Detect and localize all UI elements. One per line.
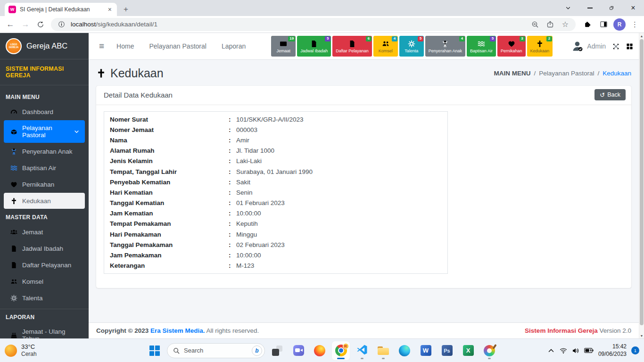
excel-button[interactable]: X	[459, 341, 477, 360]
sidebar-item-daftar-pelayanan[interactable]: Daftar Pelayanan	[4, 257, 85, 273]
taskbar-search[interactable]: Search b	[167, 343, 265, 358]
detail-card: Detail Data Kedukaan ↺ Back Nomer Surat:…	[96, 86, 631, 288]
zoom-out-icon[interactable]	[529, 19, 541, 30]
window-restore-button[interactable]	[601, 0, 622, 16]
share-icon[interactable]	[545, 19, 556, 30]
detail-row: Keterangan:M-123	[104, 261, 447, 271]
detail-label: Hari Kematian	[110, 189, 229, 196]
extensions-puzzle-icon[interactable]	[581, 18, 594, 31]
nav-tile-kedukaan[interactable]: 2 Kedukaan	[527, 36, 553, 57]
grid-apps-icon[interactable]	[626, 43, 633, 50]
weather-widget[interactable]: 33°C Cerah	[5, 343, 37, 358]
id-card-icon	[280, 40, 287, 48]
tile-badge: 6	[366, 36, 372, 41]
sidebar-item-pelayanan-pastoral[interactable]: Pelayanan Pastoral	[4, 120, 85, 143]
nav-tile-baptisan-air[interactable]: 5 Baptisan Air	[467, 36, 496, 57]
window-minimize-button[interactable]	[579, 0, 601, 16]
nav-link-laporan[interactable]: Laporan	[215, 42, 252, 50]
forward-icon[interactable]: →	[19, 18, 32, 31]
bing-icon[interactable]: b	[252, 346, 262, 356]
browser-menu-icon[interactable]: ⋮	[629, 20, 640, 29]
reload-icon[interactable]	[34, 18, 47, 31]
battery-icon[interactable]	[584, 347, 594, 354]
hidden-icons-chevron-icon[interactable]	[547, 347, 555, 354]
sidebar-item-baptisan-air[interactable]: Baptisan Air	[4, 160, 85, 176]
tile-badge: 2	[546, 36, 552, 41]
volume-icon[interactable]	[572, 347, 579, 354]
sidebar-item-jadwal-ibadah[interactable]: Jadwal Ibadah	[4, 240, 85, 256]
breadcrumb-kedukaan[interactable]: Kedukaan	[603, 70, 631, 77]
nav-link-pelayanan-pastoral[interactable]: Pelayanan Pastoral	[142, 42, 213, 50]
task-view-icon	[272, 346, 282, 356]
tab-close-icon[interactable]: ×	[107, 6, 113, 13]
brand[interactable]: LOGO GEREJA Gereja ABC	[0, 33, 89, 59]
firefox-button[interactable]	[311, 341, 329, 360]
chrome-button[interactable]: R	[332, 341, 350, 360]
user-menu[interactable]: Admin	[571, 40, 606, 52]
bookmark-star-icon[interactable]: ☆	[560, 19, 571, 30]
hamburger-menu-icon[interactable]: ≡	[95, 41, 108, 51]
wifi-icon[interactable]	[560, 347, 567, 354]
nav-tile-talenta[interactable]: 5 Talenta	[399, 36, 424, 57]
clock[interactable]: 15:42 09/06/2023	[598, 343, 627, 358]
page-scrollbar[interactable]: ▲ ▼	[639, 33, 644, 338]
paint-button[interactable]	[480, 341, 498, 360]
nav-tile-komsel[interactable]: 4 Komsel	[373, 36, 398, 57]
detail-label: Jenis Kelamin	[110, 157, 229, 165]
notification-badge[interactable]: 1	[631, 346, 639, 354]
sidebar-item-talenta[interactable]: Talenta	[4, 290, 85, 306]
site-info-icon[interactable]	[56, 19, 67, 30]
sidebar-item-jemaat-ulang-tahun[interactable]: Jemaat - Ulang Tahun	[4, 324, 85, 338]
detail-label: Jam Kematian	[110, 210, 229, 217]
nav-tile-pernikahan[interactable]: 3 Pernikahan	[497, 36, 526, 57]
sidebar-item-penyerahan-anak[interactable]: Penyerahan Anak	[4, 143, 85, 159]
detail-row: Jam Pemakaman:10:00:00	[104, 250, 447, 260]
detail-label: Tanggal Pemakaman	[110, 241, 229, 248]
edge-button[interactable]	[396, 341, 413, 360]
window-close-button[interactable]: ×	[622, 0, 644, 16]
scroll-up-arrow-icon[interactable]: ▲	[639, 33, 644, 39]
nav-tile-jemaat[interactable]: 19 Jemaat	[271, 36, 296, 57]
browser-profile-avatar[interactable]: R	[613, 18, 626, 31]
tray-date: 09/06/2023	[598, 351, 627, 357]
cake-icon	[9, 331, 18, 338]
sidebar-nav: MAIN MENU Dashboard Pelayanan Pastoral P…	[0, 85, 89, 338]
new-tab-button[interactable]: +	[120, 3, 132, 16]
company-link[interactable]: Era Sistem Media.	[150, 327, 205, 334]
gear-icon	[408, 40, 415, 48]
sidebar-item-dashboard[interactable]: Dashboard	[4, 104, 85, 120]
file-explorer-button[interactable]	[374, 341, 392, 360]
task-view-button[interactable]	[268, 341, 286, 360]
nav-tile-daftar-pelayanan[interactable]: 6 Daftar Pelayanan	[332, 36, 372, 57]
vscode-button[interactable]	[353, 341, 371, 360]
chat-button[interactable]	[289, 341, 307, 360]
word-button[interactable]: W	[417, 341, 435, 360]
sidebar-item-jemaat[interactable]: Jemaat	[4, 224, 85, 240]
photoshop-button[interactable]: Ps	[438, 341, 456, 360]
detail-label: Tempat, Tanggal Lahir	[110, 168, 229, 175]
cross-icon	[96, 68, 106, 78]
start-button[interactable]	[146, 341, 164, 360]
fullscreen-expand-icon[interactable]	[612, 43, 619, 50]
back-button[interactable]: ↺ Back	[594, 89, 626, 100]
detail-row: Jam Kematian:10:00:00	[104, 208, 447, 219]
back-icon[interactable]: ←	[4, 18, 17, 31]
heart-icon	[508, 40, 515, 48]
paint-icon	[484, 345, 495, 356]
sidebar-item-pernikahan[interactable]: Pernikahan	[4, 176, 85, 192]
browser-tab[interactable]: W SI Gereja | Detail Kedukaan ×	[5, 3, 117, 16]
nav-tile-penyerahan-anak[interactable]: 4 Penyerahan Anak	[425, 36, 465, 57]
detail-value: Laki-Laki	[236, 157, 262, 165]
address-bar[interactable]: localhost/sig/kedukaan/detail/1 ☆	[51, 18, 576, 31]
breadcrumb-pelayanan-pastoral[interactable]: Pelayanan Pastoral	[539, 70, 594, 77]
scrollbar-thumb[interactable]	[640, 39, 644, 325]
nav-link-home[interactable]: Home	[110, 42, 140, 50]
sidebar-item-kedukaan[interactable]: Kedukaan	[4, 193, 85, 209]
tab-search-chevron-icon[interactable]	[557, 0, 579, 16]
scroll-down-arrow-icon[interactable]: ▼	[639, 333, 644, 338]
tile-badge: 5	[490, 36, 495, 41]
nav-tile-jadwal-ibadah[interactable]: 5 Jadwal Ibadah	[297, 36, 331, 57]
browser-toolbar: ← → localhost/sig/kedukaan/detail/1 ☆ R …	[0, 16, 644, 33]
side-panel-icon[interactable]	[597, 18, 610, 31]
sidebar-item-komsel[interactable]: Komsel	[4, 273, 85, 289]
